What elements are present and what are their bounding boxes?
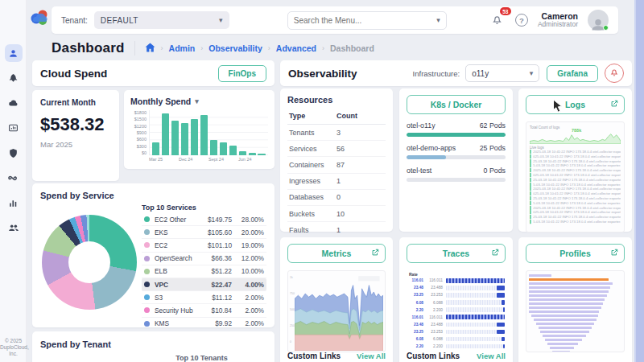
flamegraph-line <box>529 290 609 293</box>
service-percent: 12.00% <box>232 254 264 262</box>
k8s-tenant-row[interactable]: otel-test 0 Pods <box>407 167 506 182</box>
service-name: Security Hub <box>155 306 196 315</box>
flamegraph-line <box>529 278 609 281</box>
tenant-value: DEFAULT <box>101 16 138 25</box>
service-legend: EC2 Other $149.75 28.00% EKS $105.60 20.… <box>142 213 266 327</box>
notifications-button[interactable]: 53 <box>489 12 506 28</box>
flamegraph-line <box>547 343 578 345</box>
spend-by-service-donut-chart[interactable] <box>42 215 137 310</box>
sidebar-item-rocket[interactable] <box>5 69 23 87</box>
log-line: ▌ 5-03-18 10:41:22 INFO 173.18.0.4 otel-… <box>530 201 621 206</box>
service-amount: $66.36 <box>196 254 232 262</box>
service-legend-row[interactable]: Security Hub $10.84 2.00% <box>142 304 266 317</box>
right-panel-edge <box>634 0 644 362</box>
infrastructure-select[interactable]: o11y ▾ <box>465 64 539 82</box>
alerts-button[interactable] <box>605 64 624 83</box>
sidebar-item-metrics[interactable] <box>5 194 23 212</box>
trace-row: 6.086.088 <box>407 337 505 342</box>
external-link-icon <box>610 100 618 109</box>
view-all-link[interactable]: View All <box>477 352 506 360</box>
duplocloud-logo[interactable] <box>29 7 51 27</box>
log-line: ▌ 025-03-18 10:41:22 INFO 173.18.0.4 ote… <box>530 173 621 178</box>
service-legend-row[interactable]: KMS $9.92 2.00% <box>142 318 266 328</box>
legend-title: Top 10 Services <box>142 204 266 212</box>
progress-bar <box>407 178 506 182</box>
service-name: ELB <box>155 267 196 275</box>
menu-search[interactable]: ▾ <box>287 11 447 30</box>
sidebar-item-cicd[interactable] <box>5 169 23 187</box>
trace-row: 2.202.200 <box>407 344 505 349</box>
k8s-tenant-row[interactable]: otel-o11y 62 Pods <box>407 121 506 137</box>
chevron-down-icon[interactable]: ▾ <box>195 97 199 105</box>
breadcrumb: Dashboard › Admin › Observability › Adva… <box>52 40 374 56</box>
top-header: Tenant: DEFAULT ▾ ▾ 53 ? Cameron Adminis… <box>52 6 618 34</box>
breadcrumb-link-admin[interactable]: Admin <box>169 43 196 53</box>
service-legend-row[interactable]: EC2 $101.10 19.00% <box>142 239 266 252</box>
bar <box>181 123 188 155</box>
progress-bar <box>407 155 506 159</box>
mouse-cursor <box>552 99 564 113</box>
search-input[interactable] <box>294 16 436 25</box>
service-amount: $10.84 <box>196 306 232 315</box>
service-legend-row[interactable]: ELB $51.22 10.00% <box>142 265 266 278</box>
trace-row: 116.01116.011 <box>407 278 505 283</box>
copyright: © 2025 DuploCloud, Inc. <box>0 338 27 357</box>
divider <box>134 41 135 56</box>
sidebar-item-security[interactable] <box>5 144 23 162</box>
service-name: KMS <box>155 319 196 327</box>
traces-card: Traces Rate 116.01116.011 23.4823.488 23… <box>399 237 513 362</box>
grafana-button[interactable]: Grafana <box>547 65 598 82</box>
service-legend-row[interactable]: S3 $11.12 2.00% <box>142 291 266 304</box>
rate-header: Rate <box>409 272 505 277</box>
service-legend-row[interactable]: EC2 Other $149.75 28.00% <box>142 213 266 226</box>
view-all-link[interactable]: View All <box>357 352 386 360</box>
resources-col-count: Count <box>336 112 384 120</box>
k8s-tenant-row[interactable]: otel-demo-apps 25 Pods <box>407 144 506 159</box>
help-button[interactable]: ? <box>515 14 528 27</box>
trace-row: 116.01116.011 <box>407 315 505 319</box>
k8s-docker-button[interactable]: K8s / Docker <box>407 95 506 114</box>
sidebar-item-dashboard[interactable] <box>5 119 23 137</box>
k8s-docker-card: K8s / Docker otel-o11y 62 Pods otel-demo… <box>399 88 513 232</box>
y-axis-ticks: $1800$1500$1200$900$600$300$0 <box>130 110 149 155</box>
monthly-spend-bar-chart <box>149 110 268 155</box>
profiles-button[interactable]: Profiles <box>526 244 625 263</box>
service-name: S3 <box>155 294 196 302</box>
breadcrumb-link-advanced[interactable]: Advanced <box>276 43 316 53</box>
tenant-name: otel-demo-apps <box>407 144 456 152</box>
flamegraph-line <box>543 335 586 337</box>
service-legend-row[interactable]: EKS $105.60 20.00% <box>142 226 266 239</box>
legend-dot <box>144 256 150 261</box>
service-amount: $51.22 <box>196 267 232 275</box>
resources-title: Resources <box>287 95 386 105</box>
dashboard-icon <box>8 123 19 134</box>
avatar[interactable] <box>588 10 609 31</box>
tenant-select[interactable]: DEFAULT ▾ <box>94 11 229 29</box>
cloud-spend-title: Cloud Spend <box>40 68 107 80</box>
user-info[interactable]: Cameron Administrator <box>538 11 578 29</box>
custom-links-label: Custom Links <box>407 352 460 360</box>
home-icon[interactable] <box>145 43 155 54</box>
current-month-card: Current Month $538.32 Mar 2025 <box>32 90 119 181</box>
users-icon <box>8 222 19 233</box>
bar <box>239 151 246 155</box>
metrics-preview: 1k7505002500 <box>287 270 386 352</box>
service-name: EKS <box>155 228 196 237</box>
page-title: Dashboard <box>52 40 125 56</box>
sidebar-item-users[interactable] <box>5 219 23 237</box>
finops-button[interactable]: FinOps <box>218 65 266 82</box>
service-amount: $11.12 <box>196 294 232 302</box>
sidebar-item-cloud[interactable] <box>5 94 23 112</box>
service-legend-row[interactable]: OpenSearch $66.36 12.00% <box>142 253 266 265</box>
breadcrumb-link-observability[interactable]: Observability <box>208 43 262 53</box>
service-amount: $105.60 <box>196 228 232 237</box>
service-legend-row[interactable]: VPC $22.47 4.00% <box>142 278 266 291</box>
metrics-button[interactable]: Metrics <box>287 244 386 263</box>
logs-button[interactable]: Logs <box>526 95 625 114</box>
traces-button[interactable]: Traces <box>407 244 506 263</box>
service-amount: $22.47 <box>196 281 232 289</box>
pod-count: 25 Pods <box>480 144 506 152</box>
service-percent: 2.00% <box>232 319 264 327</box>
sidebar-item-user[interactable] <box>5 44 23 62</box>
log-line: ▌ 025-03-18 10:41:22 INFO 173.18.0.4 ote… <box>530 154 621 159</box>
